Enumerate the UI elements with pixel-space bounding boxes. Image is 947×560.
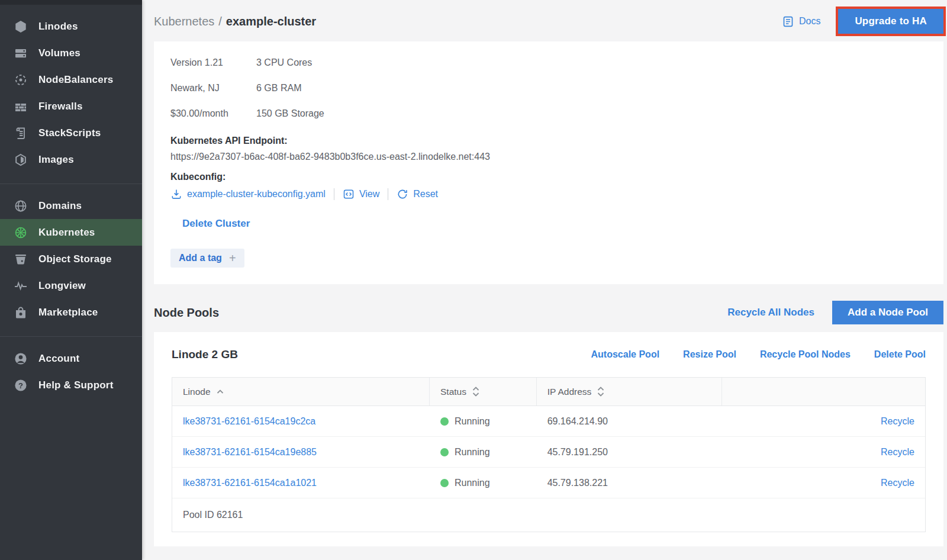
sidebar: Linodes Volumes NodeBalancers Firewalls … bbox=[0, 0, 142, 560]
sidebar-item-firewalls[interactable]: Firewalls bbox=[0, 93, 142, 120]
kubeconfig-reset-link[interactable]: Reset bbox=[397, 188, 438, 200]
sidebar-group-services: Domains Kubernetes Object Storage Longvi… bbox=[0, 184, 142, 336]
sidebar-item-label: Images bbox=[38, 154, 74, 166]
cluster-summary-card: Version 1.21 3 CPU Cores Newark, NJ 6 GB… bbox=[154, 41, 943, 284]
column-label: Status bbox=[440, 387, 466, 397]
recycle-pool-nodes-link[interactable]: Recycle Pool Nodes bbox=[760, 349, 851, 360]
docs-label: Docs bbox=[799, 16, 820, 27]
node-link[interactable]: lke38731-62161-6154ca19c2ca bbox=[183, 416, 315, 427]
sidebar-item-label: Marketplace bbox=[38, 307, 98, 318]
upgrade-to-ha-button[interactable]: Upgrade to HA bbox=[838, 9, 943, 34]
docs-link[interactable]: Docs bbox=[782, 15, 820, 28]
sidebar-item-account[interactable]: Account bbox=[0, 345, 142, 372]
pool-actions: Autoscale Pool Resize Pool Recycle Pool … bbox=[591, 349, 926, 360]
sidebar-item-label: Domains bbox=[38, 200, 82, 212]
sidebar-item-nodebalancers[interactable]: NodeBalancers bbox=[0, 66, 142, 93]
status-text: Running bbox=[455, 478, 490, 488]
sidebar-item-longview[interactable]: Longview bbox=[0, 272, 142, 299]
header-actions: Docs Upgrade to HA bbox=[782, 9, 943, 34]
pool-card-header: Linode 2 GB Autoscale Pool Resize Pool R… bbox=[172, 332, 926, 377]
sidebar-item-object-storage[interactable]: Object Storage bbox=[0, 246, 142, 272]
sidebar-top-strip bbox=[0, 0, 142, 5]
node-ip: 69.164.214.90 bbox=[537, 416, 722, 427]
node-recycle-link[interactable]: Recycle bbox=[881, 416, 914, 427]
node-link[interactable]: lke38731-62161-6154ca1a1021 bbox=[183, 478, 317, 488]
sidebar-item-label: Account bbox=[38, 353, 79, 365]
delete-cluster-link[interactable]: Delete Cluster bbox=[182, 218, 250, 230]
docs-icon bbox=[782, 15, 794, 28]
pool-card: Linode 2 GB Autoscale Pool Resize Pool R… bbox=[154, 332, 943, 546]
status-dot-icon bbox=[440, 448, 449, 456]
sidebar-group-compute: Linodes Volumes NodeBalancers Firewalls … bbox=[0, 5, 142, 184]
cluster-price: $30.00/month bbox=[170, 108, 256, 119]
status-text: Running bbox=[455, 447, 490, 458]
status-dot-icon bbox=[440, 479, 449, 487]
status-badge: Running bbox=[430, 416, 537, 427]
column-header-actions bbox=[722, 378, 925, 405]
svg-text:?: ? bbox=[18, 381, 23, 390]
column-header-ip-address[interactable]: IP Address bbox=[537, 378, 722, 405]
column-label: Linode bbox=[183, 387, 211, 397]
cluster-region: Newark, NJ bbox=[170, 83, 256, 94]
autoscale-pool-link[interactable]: Autoscale Pool bbox=[591, 349, 660, 360]
recycle-all-nodes-link[interactable]: Recycle All Nodes bbox=[727, 307, 814, 318]
node-recycle-link[interactable]: Recycle bbox=[881, 478, 914, 488]
node-table: Linode Status IP Address bbox=[172, 377, 926, 532]
sidebar-item-label: Kubernetes bbox=[38, 227, 95, 239]
reset-icon bbox=[397, 188, 408, 200]
node-pools-header-actions: Recycle All Nodes Add a Node Pool bbox=[727, 301, 943, 324]
nodebalancers-icon bbox=[13, 72, 28, 88]
sidebar-item-label: Help & Support bbox=[38, 379, 114, 391]
node-pools-title: Node Pools bbox=[154, 306, 219, 320]
breadcrumb: Kubernetes/example-cluster bbox=[154, 15, 316, 28]
longview-icon bbox=[13, 278, 28, 294]
node-recycle-link[interactable]: Recycle bbox=[881, 447, 914, 458]
firewalls-icon bbox=[13, 99, 28, 114]
sidebar-item-linodes[interactable]: Linodes bbox=[0, 13, 142, 40]
add-node-pool-button[interactable]: Add a Node Pool bbox=[832, 301, 943, 324]
kubeconfig-label: Kubeconfig: bbox=[170, 172, 927, 182]
delete-pool-link[interactable]: Delete Pool bbox=[874, 349, 926, 360]
upgrade-highlight-annotation: Upgrade to HA bbox=[838, 9, 943, 34]
kubeconfig-view-link[interactable]: View bbox=[343, 188, 379, 200]
spec-row: Newark, NJ 6 GB RAM bbox=[170, 75, 927, 101]
sidebar-item-images[interactable]: Images bbox=[0, 146, 142, 173]
column-header-status[interactable]: Status bbox=[430, 378, 537, 405]
status-dot-icon bbox=[440, 417, 449, 426]
sidebar-item-label: Object Storage bbox=[38, 253, 112, 265]
cluster-version: Version 1.21 bbox=[170, 57, 256, 68]
sort-ascending-icon bbox=[217, 390, 224, 394]
kubeconfig-download-link[interactable]: example-cluster-kubeconfig.yaml bbox=[170, 188, 326, 200]
images-icon bbox=[13, 152, 28, 168]
spec-row: Version 1.21 3 CPU Cores bbox=[170, 50, 927, 75]
help-icon: ? bbox=[13, 378, 28, 393]
sidebar-item-stackscripts[interactable]: StackScripts bbox=[0, 120, 142, 146]
download-icon bbox=[170, 188, 182, 200]
separator bbox=[388, 188, 388, 200]
sort-icon bbox=[597, 387, 604, 397]
sidebar-group-account: Account ? Help & Support bbox=[0, 337, 142, 409]
node-row: lke38731-62161-6154ca19e885 Running 45.7… bbox=[172, 437, 925, 468]
sidebar-item-label: Longview bbox=[38, 280, 86, 292]
kubeconfig-actions: example-cluster-kubeconfig.yaml View Res… bbox=[170, 188, 927, 200]
sidebar-item-label: NodeBalancers bbox=[38, 74, 113, 86]
sidebar-item-kubernetes[interactable]: Kubernetes bbox=[0, 219, 142, 246]
stackscripts-icon bbox=[13, 125, 28, 141]
sidebar-item-domains[interactable]: Domains bbox=[0, 192, 142, 219]
status-text: Running bbox=[455, 416, 490, 427]
domains-icon bbox=[13, 198, 28, 214]
sidebar-item-volumes[interactable]: Volumes bbox=[0, 40, 142, 66]
node-ip: 45.79.191.250 bbox=[537, 447, 722, 458]
sidebar-item-help-support[interactable]: ? Help & Support bbox=[0, 372, 142, 398]
breadcrumb-kubernetes-link[interactable]: Kubernetes bbox=[154, 15, 214, 28]
sidebar-item-label: Linodes bbox=[38, 21, 78, 33]
add-tag-button[interactable]: Add a tag + bbox=[170, 249, 244, 268]
sidebar-item-marketplace[interactable]: Marketplace bbox=[0, 299, 142, 326]
status-badge: Running bbox=[430, 447, 537, 458]
node-link[interactable]: lke38731-62161-6154ca19e885 bbox=[183, 447, 317, 458]
code-icon bbox=[343, 188, 355, 200]
column-header-linode[interactable]: Linode bbox=[172, 378, 430, 405]
separator bbox=[334, 188, 334, 200]
node-pools-header: Node Pools Recycle All Nodes Add a Node … bbox=[154, 301, 943, 324]
resize-pool-link[interactable]: Resize Pool bbox=[683, 349, 736, 360]
